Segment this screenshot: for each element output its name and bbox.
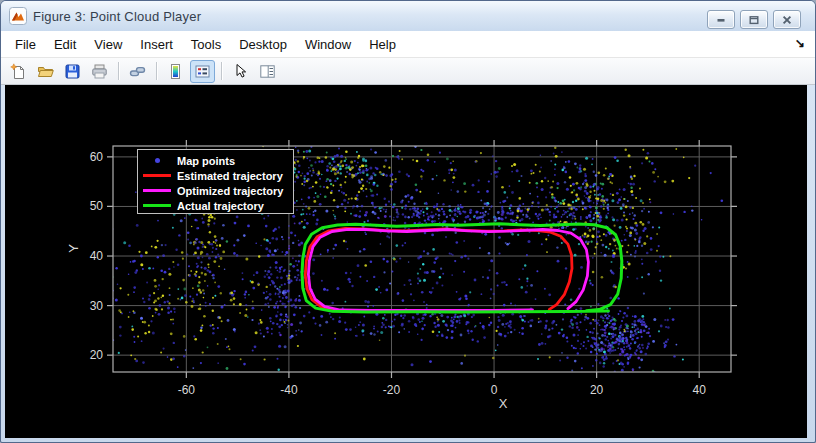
svg-text:0: 0 <box>491 383 498 397</box>
new-figure-button[interactable] <box>6 60 31 83</box>
legend-entry-estimated: Estimated trajectory <box>142 168 289 183</box>
legend[interactable]: Map points Estimated trajectory Optimize… <box>137 149 294 214</box>
menu-edit[interactable]: Edit <box>45 33 85 56</box>
optimized-line-icon <box>142 189 172 192</box>
toolbar-separator <box>221 62 222 80</box>
legend-entry-optimized: Optimized trajectory <box>142 183 289 198</box>
window-controls <box>707 10 801 29</box>
restore-icon <box>748 14 760 26</box>
save-figure-button[interactable] <box>60 60 85 83</box>
menu-desktop[interactable]: Desktop <box>230 33 296 56</box>
close-icon <box>781 14 793 26</box>
legend-entry-map-points: Map points <box>142 153 289 168</box>
plot-browser-icon <box>259 63 276 80</box>
matlab-figure-icon <box>9 7 27 25</box>
link-chain-icon <box>129 63 146 80</box>
title-bar[interactable]: Figure 3: Point Cloud Player <box>1 1 815 31</box>
x-axis-label: X <box>491 396 515 411</box>
insert-colorbar-button[interactable] <box>163 60 188 83</box>
menu-insert[interactable]: Insert <box>131 33 182 56</box>
svg-text:-20: -20 <box>383 383 401 397</box>
estimated-line-icon <box>142 174 172 177</box>
y-axis-label: Y <box>66 237 81 261</box>
minimize-button[interactable] <box>707 10 735 29</box>
svg-text:20: 20 <box>590 383 604 397</box>
close-button[interactable] <box>773 10 801 29</box>
figure-canvas[interactable]: -60-40-20020402030405060 X Y Map points … <box>5 85 807 438</box>
insert-legend-button[interactable] <box>190 60 215 83</box>
svg-text:50: 50 <box>90 199 104 213</box>
plot-area[interactable]: -60-40-20020402030405060 <box>5 85 809 438</box>
toolbar-separator <box>156 62 157 80</box>
new-figure-icon <box>10 63 27 80</box>
pointer-arrow-icon <box>232 63 249 80</box>
minimize-icon <box>715 14 727 26</box>
plot-browser-button[interactable] <box>255 60 280 83</box>
open-folder-icon <box>37 63 54 80</box>
toolbar-separator <box>118 62 119 80</box>
legend-icon <box>194 63 211 80</box>
svg-text:60: 60 <box>90 150 104 164</box>
figure-toolbar <box>1 58 815 85</box>
menu-window[interactable]: Window <box>296 33 360 56</box>
svg-text:-40: -40 <box>280 383 298 397</box>
print-figure-button[interactable] <box>87 60 112 83</box>
svg-text:40: 40 <box>90 249 104 263</box>
menu-file[interactable]: File <box>6 33 45 56</box>
dock-figure-arrow-icon[interactable]: ↘ <box>795 36 805 50</box>
map-points-marker-icon <box>142 158 172 163</box>
menu-tools[interactable]: Tools <box>182 33 230 56</box>
window-border-bottom <box>1 438 815 443</box>
menu-bar: File Edit View Insert Tools Desktop Wind… <box>1 31 815 58</box>
window-title: Figure 3: Point Cloud Player <box>33 9 201 24</box>
link-plot-button[interactable] <box>125 60 150 83</box>
save-floppy-icon <box>64 63 81 80</box>
restore-button[interactable] <box>740 10 768 29</box>
svg-text:-60: -60 <box>178 383 196 397</box>
actual-line-icon <box>142 204 172 207</box>
figure-window: Figure 3: Point Cloud Player File Edit V… <box>0 0 816 443</box>
svg-text:20: 20 <box>90 348 104 362</box>
open-file-button[interactable] <box>33 60 58 83</box>
svg-text:40: 40 <box>693 383 707 397</box>
legend-entry-actual: Actual trajectory <box>142 198 289 213</box>
svg-text:30: 30 <box>90 299 104 313</box>
printer-icon <box>91 63 108 80</box>
colorbar-icon <box>167 63 184 80</box>
menu-view[interactable]: View <box>85 33 131 56</box>
menu-help[interactable]: Help <box>360 33 405 56</box>
edit-plot-button[interactable] <box>228 60 253 83</box>
